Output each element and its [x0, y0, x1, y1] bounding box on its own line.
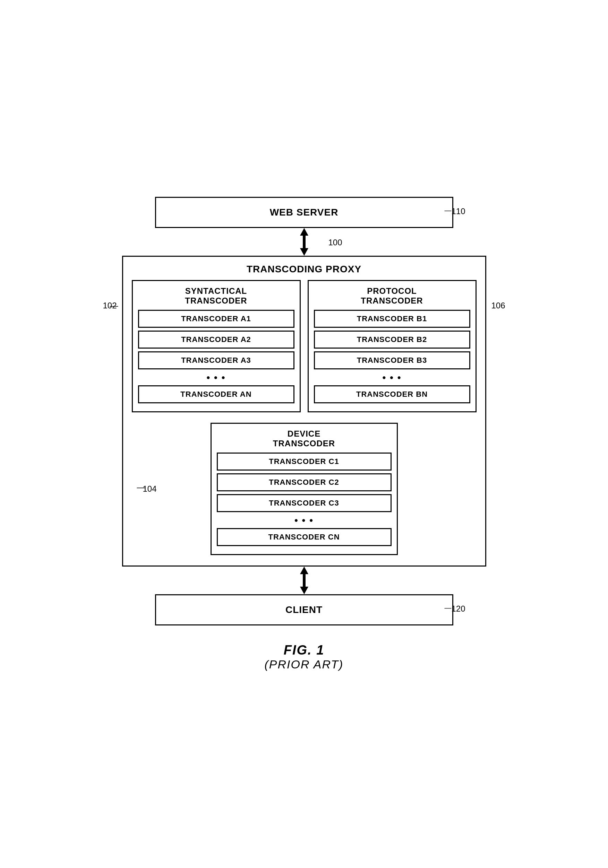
transcoding-proxy-label: TRANSCODING PROXY: [132, 264, 477, 275]
client-box: CLIENT: [155, 594, 453, 625]
ref-120-dash: —: [445, 604, 452, 612]
transcoder-an: TRANSCODER AN: [138, 385, 294, 403]
device-transcoder-section: DEVICETRANSCODER TRANSCODER C1 TRANSCODE…: [210, 423, 398, 555]
caption-fig: FIG. 1: [264, 643, 344, 658]
diagram: WEB SERVER 110 — 100 TRANSCODING PROXY: [96, 197, 512, 671]
transcoding-proxy-wrapper: TRANSCODING PROXY SYNTACTICALTRANSCODER …: [122, 256, 486, 567]
ref-104-dash: —: [137, 482, 145, 492]
transcoder-b2: TRANSCODER B2: [314, 330, 470, 349]
transcoder-b1: TRANSCODER B1: [314, 310, 470, 328]
web-server-box: WEB SERVER: [155, 197, 453, 228]
client-label: CLIENT: [285, 604, 323, 615]
ref-102-dash: —: [110, 301, 118, 310]
caption: FIG. 1 (PRIOR ART): [264, 643, 344, 671]
transcoder-a1: TRANSCODER A1: [138, 310, 294, 328]
dots-b: • • •: [314, 372, 470, 383]
dots-a: • • •: [138, 372, 294, 383]
arrow-bottom: [294, 567, 314, 594]
transcoder-a2: TRANSCODER A2: [138, 330, 294, 349]
transcoder-bn: TRANSCODER BN: [314, 385, 470, 403]
arrow-top: 100: [294, 228, 314, 256]
ref-110-dash: —: [445, 206, 452, 214]
device-label: DEVICETRANSCODER: [217, 429, 392, 448]
svg-marker-0: [300, 228, 308, 236]
web-server-wrapper: WEB SERVER 110 —: [122, 197, 486, 228]
ref-120: 120: [451, 604, 465, 614]
transcoder-cn: TRANSCODER CN: [217, 528, 392, 546]
ref-106: 106: [491, 301, 505, 310]
svg-rect-7: [303, 574, 306, 587]
transcoding-proxy-box: TRANSCODING PROXY SYNTACTICALTRANSCODER …: [122, 256, 486, 567]
web-server-label: WEB SERVER: [270, 207, 339, 218]
ref-110: 110: [451, 206, 465, 216]
ref-100: 100: [328, 238, 342, 247]
dots-c: • • •: [217, 515, 392, 526]
protocol-label: PROTOCOLTRANSCODER: [314, 286, 470, 305]
svg-marker-2: [300, 248, 308, 256]
device-transcoder-row: DEVICETRANSCODER TRANSCODER C1 TRANSCODE…: [132, 419, 477, 555]
caption-sub: (PRIOR ART): [264, 658, 344, 671]
transcoder-c2: TRANSCODER C2: [217, 473, 392, 491]
double-arrow-bottom-svg: [294, 567, 314, 594]
svg-rect-3: [303, 236, 306, 249]
transcoder-a3: TRANSCODER A3: [138, 351, 294, 369]
protocol-transcoder-section: PROTOCOLTRANSCODER TRANSCODER B1 TRANSCO…: [308, 280, 477, 412]
upper-transcoders-row: SYNTACTICALTRANSCODER TRANSCODER A1 TRAN…: [132, 280, 477, 412]
syntactical-label: SYNTACTICALTRANSCODER: [138, 286, 294, 305]
client-wrapper: CLIENT 120 —: [122, 594, 486, 625]
svg-marker-4: [300, 567, 308, 574]
transcoder-c1: TRANSCODER C1: [217, 453, 392, 471]
double-arrow-top-svg: [294, 228, 314, 256]
transcoder-b3: TRANSCODER B3: [314, 351, 470, 369]
syntactical-transcoder-section: SYNTACTICALTRANSCODER TRANSCODER A1 TRAN…: [132, 280, 301, 412]
svg-marker-6: [300, 587, 308, 594]
transcoder-c3: TRANSCODER C3: [217, 494, 392, 512]
